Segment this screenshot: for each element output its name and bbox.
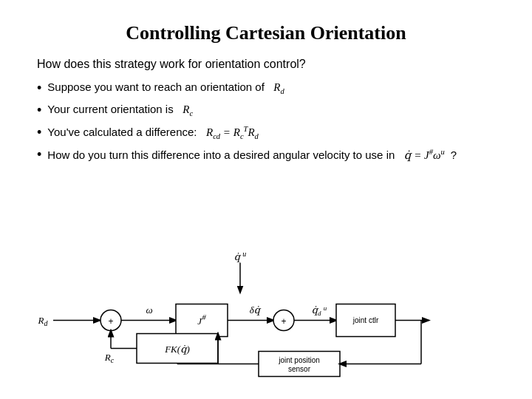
bullet-dot-4: • (37, 147, 41, 163)
bullet-1-text: Suppose you want to reach an orientation… (47, 81, 284, 95)
bullet-2-text: Your current orientation is Rc (47, 103, 193, 117)
diagram-svg: .box { fill: #fff; stroke: #000; stroke-… (30, 248, 502, 384)
block-diagram: .box { fill: #fff; stroke: #000; stroke-… (30, 248, 502, 384)
math-rd: Rd (273, 81, 284, 93)
rc-label: Rc (104, 352, 115, 364)
math-qdot: q̇ = J#ωu (404, 149, 448, 161)
omega-label: ω (146, 304, 152, 316)
bullet-dot-3: • (37, 125, 41, 140)
bullet-4: • How do you turn this difference into a… (37, 146, 495, 163)
math-rc: Rc (183, 103, 193, 115)
bullet-list: • Suppose you want to reach an orientati… (37, 80, 495, 163)
sum-plus-1: + (108, 316, 113, 327)
bullet-dot-2: • (37, 103, 41, 118)
bullet-1: • Suppose you want to reach an orientati… (37, 80, 495, 96)
fk-label: FK(q̇) (164, 344, 190, 355)
bullet-dot-1: • (37, 81, 41, 96)
joint-pos-sensor-label-1: joint position (278, 356, 320, 364)
joint-ctlr-label: joint ctlr (352, 316, 379, 324)
bullet-2: • Your current orientation is Rc (37, 102, 495, 118)
bullet-4-text: How do you turn this difference into a d… (47, 148, 457, 162)
sum-plus-2: + (281, 316, 286, 327)
subtitle: How does this strategy work for orientat… (37, 58, 495, 71)
slide-title: Controlling Cartesian Orientation (37, 22, 495, 44)
bullet-3-text: You've calculated a difference: Rcd = Rc… (47, 125, 259, 140)
joint-pos-sensor-label-2: sensor (288, 365, 311, 373)
math-rcd: Rcd = RcTRd (206, 126, 259, 138)
bullet-3: • You've calculated a difference: Rcd = … (37, 124, 495, 140)
dqdot-label: δq̇ (250, 304, 262, 316)
rd-label: Rd (38, 315, 49, 327)
qdot-top-label: q̇ u (234, 250, 247, 262)
slide: Controlling Cartesian Orientation How do… (0, 0, 532, 399)
qd-dot-label: q̇d u (312, 304, 327, 318)
